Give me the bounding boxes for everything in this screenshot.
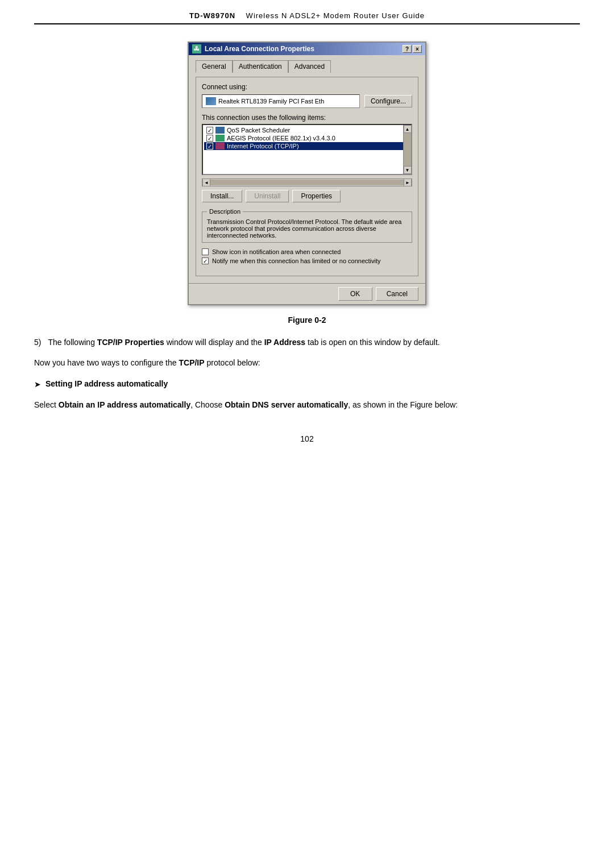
dialog-footer: OK Cancel [189,283,425,304]
bullet-section: ➤ Setting IP address automatically [34,377,580,391]
description-group: Description Transmission Control Protoco… [202,208,412,243]
para1-normal: Now you have two ways to configure the [34,358,179,367]
adapter-icon [206,97,216,105]
items-list-inner: ✓ QoS Packet Scheduler ✓ AEGIS Protocol … [203,125,411,151]
notify-row: ✓ Notify me when this connection has lim… [202,258,412,264]
notify-label: Notify me when this connection has limit… [212,258,381,264]
dialog-titlebar: 🖧 Local Area Connection Properties ? × [189,43,425,55]
para2-end: , as shown in the Figure below: [348,400,458,409]
qos-icon [215,127,225,134]
description-legend: Description [207,208,243,215]
aegis-icon [215,135,225,142]
header-subtitle: Wireless N ADSL2+ Modem Router User Guid… [246,11,425,20]
main-content: 5) The following TCP/IP Properties windo… [34,336,580,412]
dialog-title: Local Area Connection Properties [205,45,314,53]
cancel-button[interactable]: Cancel [376,287,418,301]
scroll-left-arrow[interactable]: ◄ [202,178,210,186]
scroll-right-arrow[interactable]: ► [404,178,412,186]
tcp-icon [215,143,225,149]
items-label: This connection uses the following items… [202,114,412,122]
para2-start: Select [34,400,59,409]
adapter-name: Realtek RTL8139 Family PCI Fast Eth [218,98,324,105]
tab-bar: General Authentication Advanced [196,60,418,72]
properties-dialog: 🖧 Local Area Connection Properties ? × G… [188,41,426,305]
dialog-icon: 🖧 [192,44,201,53]
tab-content: Connect using: Realtek RTL8139 Family PC… [196,77,418,276]
connect-using-label: Connect using: [202,83,412,91]
step5-bold1: TCP/IP Properties [97,338,164,347]
step-5-number: 5) [34,336,41,348]
list-item-selected[interactable]: ✓ Internet Protocol (TCP/IP) [204,142,410,150]
bullet-arrow: ➤ [34,378,41,391]
checkboxes-section: Show icon in notification area when conn… [202,248,412,264]
scroll-up-arrow[interactable]: ▲ [404,125,412,133]
notify-checkbox[interactable]: ✓ [202,258,209,264]
para2-bold1: Obtain an IP address automatically [59,400,190,409]
qos-label: QoS Packet Scheduler [227,127,290,134]
scrollbar-bottom[interactable]: ◄ ► [202,178,412,186]
properties-button[interactable]: Properties [292,190,341,202]
tab-advanced[interactable]: Advanced [288,60,331,73]
paragraph-2: Select Obtain an IP address automaticall… [34,398,580,411]
titlebar-controls[interactable]: ? × [403,45,422,53]
aegis-checkbox[interactable]: ✓ [206,135,213,142]
tcp-checkbox[interactable]: ✓ [206,143,213,149]
adapter-row: Realtek RTL8139 Family PCI Fast Eth Conf… [202,94,412,108]
bullet-label: Setting IP address automatically [45,377,168,390]
show-icon-checkbox[interactable] [202,248,209,255]
figure-caption: Figure 0-2 [34,315,580,325]
tcp-label: Internet Protocol (TCP/IP) [227,143,299,149]
dialog-wrapper: 🖧 Local Area Connection Properties ? × G… [34,41,580,305]
tab-authentication[interactable]: Authentication [233,60,288,73]
ok-button[interactable]: OK [338,287,372,301]
header-model: TD-W8970N [189,11,235,20]
header-title: TD-W8970N Wireless N ADSL2+ Modem Router… [189,11,425,20]
configure-button[interactable]: Configure... [364,95,412,107]
para1-end: protocol below: [205,358,260,367]
para1-bold: TCP/IP [179,358,204,367]
titlebar-left: 🖧 Local Area Connection Properties [192,44,314,53]
aegis-label: AEGIS Protocol (IEEE 802.1x) v3.4.3.0 [227,135,335,142]
page-header: TD-W8970N Wireless N ADSL2+ Modem Router… [34,11,580,24]
show-icon-label: Show icon in notification area when conn… [212,248,341,255]
scrollbar-right[interactable]: ▲ ▼ [403,125,411,174]
para2-bold2: Obtain DNS server automatically [225,400,348,409]
show-icon-row: Show icon in notification area when conn… [202,248,412,255]
action-buttons-row: Install... Uninstall Properties [202,190,412,202]
adapter-box: Realtek RTL8139 Family PCI Fast Eth [202,94,360,108]
uninstall-button[interactable]: Uninstall [246,190,289,202]
step5-text-normal: The following [48,338,97,347]
page-number: 102 [34,434,580,443]
qos-checkbox[interactable]: ✓ [206,127,213,134]
scroll-down-arrow[interactable]: ▼ [404,166,412,174]
scroll-track [210,180,404,185]
step5-mid: window will display and the [164,338,264,347]
page: TD-W8970N Wireless N ADSL2+ Modem Router… [0,0,614,868]
description-text: Transmission Control Protocol/Internet P… [207,218,401,239]
paragraph-1: Now you have two ways to configure the T… [34,356,580,369]
install-button[interactable]: Install... [202,190,242,202]
dialog-body: General Authentication Advanced Connect … [189,55,425,283]
list-item[interactable]: ✓ AEGIS Protocol (IEEE 802.1x) v3.4.3.0 [204,134,410,142]
tab-general[interactable]: General [196,60,233,73]
para2-mid: , Choose [190,400,225,409]
close-button[interactable]: × [413,45,422,53]
help-button[interactable]: ? [403,45,412,53]
step5-bold2: IP Address [264,338,305,347]
step5-end: tab is open on this window by default. [305,338,440,347]
list-item[interactable]: ✓ QoS Packet Scheduler [204,126,410,134]
step-5-text: The following TCP/IP Properties window w… [48,336,439,348]
items-list: ✓ QoS Packet Scheduler ✓ AEGIS Protocol … [202,124,412,175]
step-5: 5) The following TCP/IP Properties windo… [34,336,580,348]
